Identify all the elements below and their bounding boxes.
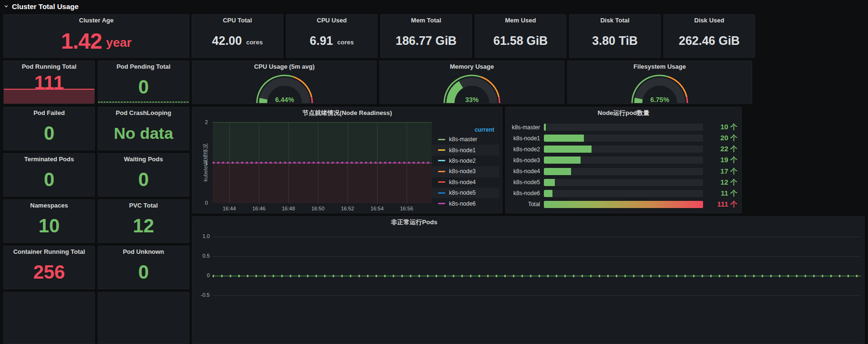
panel-container-running-total: Container Running Total 256 — [3, 246, 95, 289]
bar-gauge-row-total: Total111 个 — [511, 199, 737, 210]
x-tick: 16:44 — [219, 206, 240, 211]
value: 3.80 TiB — [592, 34, 637, 48]
memory-usage-gauge: 33% — [380, 72, 564, 104]
panel-filesystem-usage-gauge: Filesystem Usage 6.75% — [567, 61, 752, 104]
legend-color-dash — [438, 171, 445, 172]
bar-track — [544, 190, 703, 197]
panel-title[interactable]: 节点就绪情况(Node Readiness) — [193, 107, 502, 119]
panel-title[interactable]: Pod Running Total — [4, 61, 94, 73]
legend-color-dash — [438, 181, 445, 183]
value: 61.58 GiB — [493, 34, 548, 48]
bar-value: 22 个 — [708, 145, 737, 154]
stat-value: 3.80 TiB — [570, 24, 660, 57]
panel-waiting-pods: Waiting Pods 0 — [98, 153, 189, 197]
x-tick: 16:52 — [337, 206, 358, 211]
panel-title[interactable]: PVC Total — [98, 200, 189, 211]
bar-label: k8s-node3 — [511, 157, 540, 164]
legend-label: k8s-node2 — [449, 157, 476, 164]
legend-item-k8s-node2[interactable]: k8s-node2 — [431, 156, 499, 166]
panel-title[interactable]: Container Running Total — [4, 246, 94, 258]
bar-fill — [544, 190, 552, 197]
bar-gauge-row-k8s-node5: k8s-node512 个 — [511, 177, 737, 188]
panel-title[interactable]: Mem Used — [475, 15, 566, 26]
panel-title[interactable]: Waiting Pods — [98, 154, 189, 165]
legend-item-k8s-node1[interactable]: k8s-node1 — [431, 145, 499, 155]
legend-label: k8s-node6 — [449, 200, 476, 207]
panel-title[interactable]: Memory Usage — [380, 61, 564, 73]
panel-title[interactable]: Filesystem Usage — [568, 61, 752, 73]
panel-title[interactable]: Disk Used — [664, 15, 755, 26]
panel-title[interactable]: Namespaces — [4, 200, 94, 211]
panel-cutoff-right — [98, 292, 189, 344]
unit: cores — [337, 39, 354, 46]
bar-label: k8s-node1 — [511, 135, 540, 142]
section-header-cluster-total-usage[interactable]: Cluster Total Usage — [4, 1, 79, 11]
panel-cutoff-left — [3, 292, 95, 344]
bar-value: 111 个 — [708, 200, 737, 209]
bar-value: 20 个 — [708, 134, 737, 143]
panel-title[interactable]: Mem Total — [381, 15, 471, 26]
panel-title[interactable]: CPU Used — [286, 15, 377, 26]
cpu-usage-gauge: 6.44% — [193, 72, 376, 104]
panel-title[interactable]: CPU Usage (5m avg) — [193, 61, 376, 73]
panel-title[interactable]: 非正常运行Pods — [383, 217, 445, 228]
bar-fill — [544, 156, 581, 164]
bar-track — [544, 179, 703, 186]
panel-node-readiness: 节点就绪情况(Node Readiness) kubelet就绪情况 2 1 0… — [192, 107, 502, 213]
legend-color-dash — [438, 203, 445, 204]
panel-title[interactable]: Disk Total — [570, 15, 660, 26]
value: 0 — [138, 261, 149, 283]
y-tick: 0 — [195, 272, 210, 278]
legend-item-k8s-node5[interactable]: k8s-node5 — [431, 188, 499, 198]
legend-item-k8s-master[interactable]: k8s-master — [431, 134, 499, 145]
legend-color-dash — [438, 192, 445, 194]
y-tick: -0.5 — [195, 292, 210, 298]
panel-disk-total: Disk Total 3.80 TiB — [569, 14, 661, 58]
filesystem-usage-gauge: 6.75% — [568, 72, 752, 104]
stat-value: 262.46 GiB — [664, 24, 755, 57]
panel-title[interactable]: CPU Total — [192, 15, 283, 26]
panel-title[interactable]: Node运行pod数量 — [506, 107, 741, 119]
y-tick: 1.0 — [195, 233, 210, 239]
legend-label: k8s-node1 — [449, 147, 476, 154]
gauge-svg: 6.44% — [253, 72, 316, 104]
bar-fill — [544, 135, 584, 142]
legend-item-k8s-node3[interactable]: k8s-node3 — [431, 166, 499, 177]
value: 6.91 — [310, 34, 333, 48]
x-tick: 16:56 — [396, 206, 417, 211]
legend-item-k8s-node4[interactable]: k8s-node4 — [431, 177, 499, 188]
panel-title[interactable]: Cluster Age — [4, 15, 189, 26]
horizontal-gridline — [213, 256, 861, 257]
legend-label: k8s-node5 — [449, 189, 476, 196]
panel-title[interactable]: Pod Failed — [4, 107, 94, 119]
panel-pod-running-total: Pod Running Total 111 — [3, 61, 95, 104]
bar-fill — [544, 124, 546, 131]
panel-cpu-total: CPU Total 42.00 cores — [192, 14, 283, 58]
value: 111 — [34, 72, 64, 94]
legend-item-k8s-node6[interactable]: k8s-node6 — [431, 198, 499, 208]
panel-cluster-age: Cluster Age 1.42 year — [3, 14, 189, 58]
panel-title[interactable]: Terminated Pods — [4, 154, 94, 165]
legend-header-current[interactable]: current — [431, 125, 499, 134]
value: 12 — [133, 215, 154, 237]
abnormal-pods-series-markers — [213, 275, 861, 277]
x-tick: 16:46 — [248, 206, 269, 211]
bar-gauge-rows: k8s-master10 个k8s-node120 个k8s-node222 个… — [511, 122, 737, 210]
bar-gauge-row-k8s-master: k8s-master10 个 — [511, 122, 737, 133]
x-tick: 16:48 — [278, 206, 299, 211]
panel-title[interactable]: Pod CrashLooping — [98, 107, 189, 119]
value: 0 — [44, 123, 54, 144]
stat-value: 1.42 year — [4, 24, 189, 57]
panel-title[interactable]: Pod Unknown — [98, 246, 189, 258]
bar-track — [544, 124, 703, 131]
y-tick: 1 — [196, 160, 208, 166]
stat-value: 42.00 cores — [192, 24, 283, 57]
bar-fill — [544, 179, 555, 186]
not-ready-band — [213, 163, 432, 203]
panel-title[interactable]: Pod Pending Total — [98, 61, 189, 73]
horizontal-gridline — [213, 237, 861, 237]
bar-fill — [544, 201, 703, 208]
panel-terminated-pods: Terminated Pods 0 — [3, 153, 95, 197]
bar-label: k8s-node5 — [511, 179, 540, 186]
svg-text:6.75%: 6.75% — [650, 96, 669, 104]
